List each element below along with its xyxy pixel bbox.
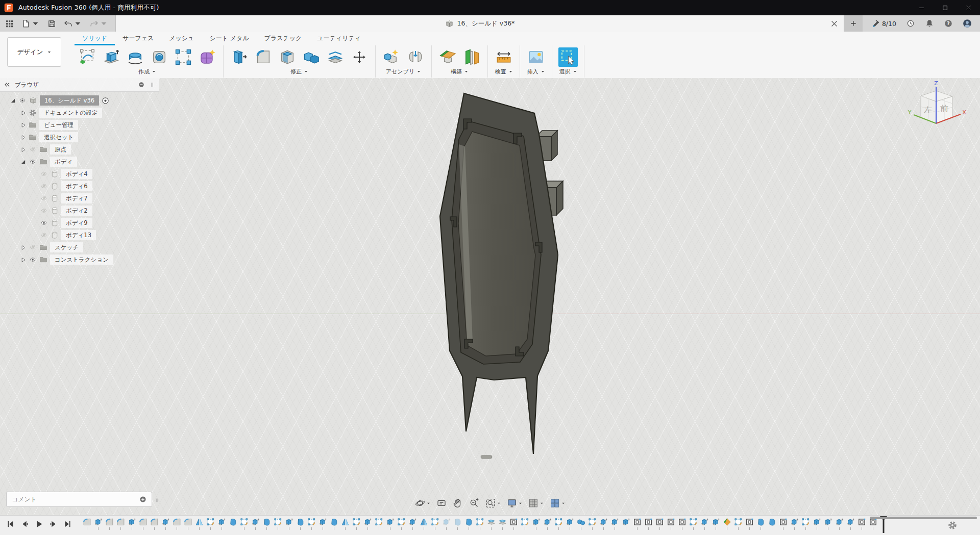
- expander-collapsed-icon[interactable]: [20, 257, 26, 263]
- timeline-feature-revolve-20[interactable]: [295, 518, 306, 530]
- timeline-scrollbar[interactable]: [870, 517, 977, 519]
- tree-item-label[interactable]: 16、シールド v36: [40, 95, 99, 106]
- timeline-feature-fillet-3[interactable]: [104, 518, 115, 530]
- select-tool-button[interactable]: [558, 47, 578, 67]
- expander-collapsed-icon[interactable]: [20, 110, 26, 116]
- timeline-feature-revolve-23[interactable]: [328, 518, 339, 530]
- joint-tool-button[interactable]: [406, 47, 425, 67]
- timeline-feature-revolve-17[interactable]: [261, 518, 272, 530]
- timeline-feature-revolve-34[interactable]: [452, 518, 463, 530]
- timeline-play-button[interactable]: [35, 520, 43, 528]
- comment-input[interactable]: コメント: [6, 492, 152, 507]
- timeline-feature-extrude-47[interactable]: [598, 518, 609, 530]
- viewport-canvas[interactable]: ブラウザ 16、シールド v36ドキュメントの設定ビュー管理選択セット原点ボディ…: [0, 78, 980, 515]
- ribbon-tab-プラスチック[interactable]: プラスチック: [257, 32, 310, 45]
- timeline-feature-fillet-7[interactable]: [149, 518, 160, 530]
- timeline-feature-sketch-25[interactable]: [351, 518, 362, 530]
- timeline-feature-shell-53[interactable]: [665, 518, 676, 530]
- tree-item-label[interactable]: ドキュメントの設定: [39, 108, 102, 118]
- timeline-feature-shell-50[interactable]: [631, 518, 643, 530]
- create-sketch-tool-button[interactable]: [78, 47, 97, 67]
- timeline-feature-fillet-10[interactable]: [182, 518, 193, 530]
- timeline-feature-fillet-1[interactable]: [81, 518, 92, 530]
- visibility-off-icon[interactable]: [40, 183, 48, 189]
- undo-button[interactable]: [64, 19, 82, 28]
- timeline-step-back-button[interactable]: [20, 520, 29, 528]
- timeline-feature-mirror-11[interactable]: [193, 518, 205, 530]
- timeline-feature-fillet-6[interactable]: [137, 518, 149, 530]
- timeline-feature-extrude-19[interactable]: [283, 518, 295, 530]
- file-new-button[interactable]: [21, 19, 40, 28]
- panel-grip-icon[interactable]: [149, 82, 155, 88]
- minimize-button[interactable]: [910, 0, 933, 15]
- group-label-アセンブリ[interactable]: アセンブリ: [386, 68, 421, 75]
- timeline-feature-extrude-44[interactable]: [564, 518, 575, 530]
- timeline-feature-combine-45[interactable]: [575, 518, 586, 530]
- group-label-作成[interactable]: 作成: [138, 68, 156, 75]
- comment-plus-icon[interactable]: [139, 496, 146, 503]
- timeline-feature-extrude-16[interactable]: [250, 518, 261, 530]
- timeline-feature-sketch-21[interactable]: [306, 518, 317, 530]
- timeline-feature-extrude-48[interactable]: [609, 518, 620, 530]
- timeline-feature-extrude-28[interactable]: [384, 518, 396, 530]
- group-label-修正[interactable]: 修正: [290, 68, 308, 75]
- timeline-feature-split-37[interactable]: [485, 518, 497, 530]
- timeline-feature-revolve-62[interactable]: [766, 518, 777, 530]
- insert-image-tool-button[interactable]: [526, 47, 546, 67]
- group-label-挿入[interactable]: 挿入: [527, 68, 545, 75]
- tree-item-label[interactable]: ボディ2: [61, 206, 92, 216]
- expander-collapsed-icon[interactable]: [20, 135, 26, 140]
- document-tab[interactable]: 16、シールド v36*: [115, 15, 844, 32]
- orbit-button[interactable]: [415, 498, 431, 508]
- timeline-feature-shell-71[interactable]: [867, 518, 878, 530]
- construct-plane-tool-button[interactable]: [438, 47, 457, 67]
- visibility-off-icon[interactable]: [40, 232, 48, 238]
- timeline-feature-extrude-56[interactable]: [699, 518, 710, 530]
- display-settings-button[interactable]: [507, 498, 523, 508]
- expander-expanded-icon[interactable]: [10, 98, 16, 104]
- tree-item-label[interactable]: コンストラクション: [50, 254, 113, 265]
- pattern-tool-button[interactable]: [174, 47, 193, 67]
- viewports-button[interactable]: [550, 498, 566, 508]
- timeline-feature-split-38[interactable]: [497, 518, 508, 530]
- close-button[interactable]: [957, 0, 980, 15]
- group-label-検査[interactable]: 検査: [495, 68, 513, 75]
- timeline-step-forward-button[interactable]: [49, 520, 58, 528]
- timeline-feature-shell-60[interactable]: [744, 518, 755, 530]
- new-component-tool-button[interactable]: [382, 47, 401, 67]
- maximize-button[interactable]: [933, 0, 957, 15]
- construct-planes-tool-button[interactable]: [462, 47, 481, 67]
- tree-item-label[interactable]: 選択セット: [39, 132, 78, 142]
- timeline-feature-shell-52[interactable]: [654, 518, 665, 530]
- tree-item-label[interactable]: ビュー管理: [39, 120, 78, 130]
- measure-tool-button[interactable]: [494, 47, 513, 67]
- pan-button[interactable]: [453, 498, 463, 508]
- timeline-feature-shell-70[interactable]: [856, 518, 867, 530]
- timeline-feature-sketch-46[interactable]: [586, 518, 598, 530]
- visibility-on-icon[interactable]: [18, 97, 27, 104]
- form-tool-button[interactable]: [198, 47, 217, 67]
- timeline-settings-gear-icon[interactable]: [947, 520, 958, 530]
- expander-collapsed-icon[interactable]: [20, 147, 26, 152]
- timeline-feature-sketch-36[interactable]: [474, 518, 485, 530]
- timeline-feature-fillet-9[interactable]: [171, 518, 182, 530]
- ribbon-tab-ユーティリティ[interactable]: ユーティリティ: [309, 32, 369, 45]
- extrude-tool-button[interactable]: [102, 47, 121, 67]
- save-button[interactable]: [47, 19, 56, 28]
- expander-collapsed-icon[interactable]: [20, 122, 26, 128]
- timeline-feature-extrude-22[interactable]: [317, 518, 328, 530]
- timeline-feature-extrude-8[interactable]: [160, 518, 171, 530]
- timeline-feature-extrude-66[interactable]: [811, 518, 822, 530]
- tree-item-label[interactable]: スケッチ: [50, 242, 83, 252]
- press-pull-tool-button[interactable]: [230, 47, 249, 67]
- timeline-feature-shell-39[interactable]: [508, 518, 519, 530]
- ribbon-tab-シート メタル[interactable]: シート メタル: [202, 32, 256, 45]
- activate-component-icon[interactable]: [102, 97, 109, 105]
- timeline-feature-sketch-15[interactable]: [238, 518, 250, 530]
- tree-item-label[interactable]: ボディ7: [61, 193, 92, 203]
- timeline-feature-extrude-30[interactable]: [407, 518, 418, 530]
- visibility-off-icon[interactable]: [40, 171, 48, 177]
- notifications-bell-icon[interactable]: [925, 19, 934, 28]
- timeline-feature-extrude-42[interactable]: [542, 518, 553, 530]
- panel-minus-icon[interactable]: [138, 82, 144, 88]
